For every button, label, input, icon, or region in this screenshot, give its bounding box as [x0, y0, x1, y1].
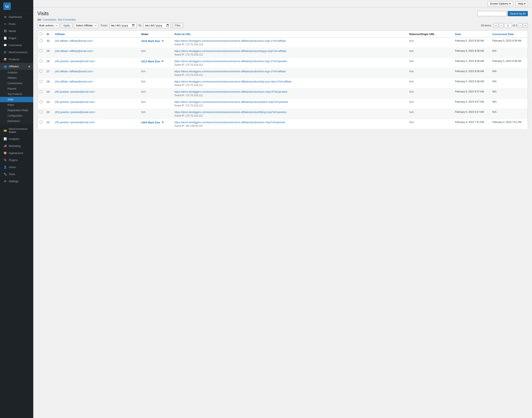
- sidebar-item-registration-fields[interactable]: Registration Fields: [0, 108, 33, 113]
- row-checkbox[interactable]: [40, 121, 42, 123]
- table-row: 27(#4) affiliate <affiliate@email.com>N/…: [38, 68, 528, 78]
- bulk-actions-select[interactable]: Bulk actions: [37, 23, 59, 28]
- referral-url-link[interactable]: https://demo.devdiggers.com/woocommerce/…: [174, 80, 291, 83]
- sidebar-item-media[interactable]: 🖼 Media: [0, 27, 33, 35]
- sidebar-item-affiliates-sub[interactable]: Affiliates: [0, 75, 33, 81]
- row-id: 24: [45, 99, 53, 109]
- conversion-date-column-header[interactable]: Conversion Date: [493, 33, 514, 36]
- sidebar-item-woo-wallet[interactable]: 💳 WooCommerce Wallet: [0, 126, 33, 135]
- filter-button[interactable]: Filter: [173, 23, 183, 28]
- sidebar-item-posts[interactable]: ✏ Posts: [0, 20, 33, 27]
- row-checkbox[interactable]: [40, 70, 42, 72]
- settings-icon: ⚙: [3, 179, 7, 183]
- sidebar-item-appearance[interactable]: 🎨 Appearance: [0, 149, 33, 156]
- sidebar-item-commissions[interactable]: Commissions: [0, 81, 33, 86]
- row-id: 26: [45, 78, 53, 89]
- conversion-date: N/A: [490, 89, 528, 99]
- affiliate-link[interactable]: (#5) janedoe <janedoe@email.com>: [55, 101, 95, 104]
- row-checkbox[interactable]: [40, 60, 42, 62]
- sidebar-item-analytics[interactable]: Analytics: [0, 70, 33, 75]
- affiliate-link[interactable]: (#5) janedoe <janedoe@email.com>: [55, 90, 95, 93]
- from-date-input[interactable]: [109, 23, 137, 28]
- sidebar-item-visits[interactable]: Visits: [0, 97, 33, 102]
- filter-all-link[interactable]: All: [37, 18, 41, 21]
- screen-options-button[interactable]: Screen Options ▾: [487, 1, 513, 6]
- row-checkbox[interactable]: [40, 111, 42, 113]
- order-link[interactable]: #218 Mark Doe: [141, 39, 160, 43]
- visit-date: February 5, 2023 9:38 AM: [453, 78, 490, 89]
- referral-url-link[interactable]: https://demo.devdiggers.com/woocommerce/…: [174, 101, 288, 104]
- referral-url-link[interactable]: https://demo.devdiggers.com/woocommerce/…: [174, 111, 286, 114]
- page-header: Visits Search by ID: [37, 11, 528, 16]
- affiliate-link[interactable]: (#5) janedoe <janedoe@email.com>: [55, 60, 95, 63]
- sidebar-item-products[interactable]: 📦 Products: [0, 56, 33, 63]
- affiliate-link[interactable]: (#4) affiliate <affiliate@email.com>: [55, 70, 93, 73]
- next-page-button[interactable]: ›: [518, 23, 522, 28]
- search-by-id-button[interactable]: Search by ID: [508, 11, 528, 16]
- sidebar-item-pages[interactable]: 📄 Pages: [0, 35, 33, 42]
- appearance-icon: 🎨: [3, 151, 7, 155]
- sidebar-item-rules[interactable]: Rules: [0, 102, 33, 108]
- order-link[interactable]: #213 Mark Doe: [141, 60, 160, 63]
- sidebar-item-marketing[interactable]: 📣 Marketing: [0, 142, 33, 149]
- view-order-icon[interactable]: 👁: [161, 121, 164, 124]
- affiliate-link[interactable]: (#4) affiliate <affiliate@email.com>: [55, 80, 93, 83]
- affiliate-link[interactable]: (#4) affiliate <affiliate@email.com>: [55, 50, 93, 53]
- row-checkbox[interactable]: [40, 39, 42, 42]
- affiliate-link[interactable]: (#4) affiliate <affiliate@email.com>: [55, 39, 93, 42]
- referral-url-link[interactable]: https://demo.devdiggers.com/woocommerce/…: [174, 70, 286, 73]
- view-order-icon[interactable]: 👁: [161, 60, 164, 63]
- view-order-icon[interactable]: 👁: [161, 39, 164, 43]
- users-icon: 👤: [3, 165, 7, 169]
- guest-ip: Guest IP: 172.70.218.112: [174, 53, 405, 56]
- row-checkbox[interactable]: [40, 49, 42, 52]
- prev-page-button[interactable]: ‹: [499, 23, 503, 28]
- search-by-id-input[interactable]: [477, 11, 507, 16]
- select-all-checkbox[interactable]: [40, 32, 42, 35]
- affiliate-column-header[interactable]: Affiliate: [55, 33, 65, 36]
- filter-not-converted-link[interactable]: Not Converted: [58, 18, 75, 21]
- row-checkbox[interactable]: [40, 80, 42, 83]
- screen-options-chevron-icon: ▾: [509, 2, 511, 5]
- row-order: N/A: [139, 78, 172, 89]
- affiliate-link[interactable]: (#5) janedoe <janedoe@email.com>: [55, 111, 95, 114]
- row-checkbox[interactable]: [40, 90, 42, 93]
- sidebar-item-configuration[interactable]: Configuration: [0, 113, 33, 118]
- referral-url-link[interactable]: https://demo.devdiggers.com/woocommerce/…: [174, 39, 286, 42]
- sidebar-item-top-products[interactable]: Top Products: [0, 92, 33, 97]
- sidebar-item-tools[interactable]: 🔧 Tools: [0, 171, 33, 178]
- sidebar-item-settings[interactable]: ⚙ Settings: [0, 178, 33, 185]
- order-link[interactable]: #204 Mark Doe: [141, 121, 160, 124]
- affiliate-link[interactable]: (#5) janedoe <janedoe@email.com>: [55, 121, 95, 124]
- select-affiliate-dropdown[interactable]: Select Affiliate: [74, 23, 98, 28]
- row-checkbox[interactable]: [40, 100, 42, 103]
- referral-url-column-header[interactable]: Referral URL: [174, 33, 191, 36]
- sidebar-item-plugins[interactable]: 🔌 Plugins: [0, 156, 33, 163]
- sidebar-item-extensions[interactable]: Extensions: [0, 118, 33, 124]
- sidebar-item-analytics-main[interactable]: 📊 Analytics: [0, 135, 33, 142]
- filter-converted-link[interactable]: Converted: [43, 18, 56, 21]
- to-date-input[interactable]: [144, 23, 171, 28]
- media-icon: 🖼: [3, 29, 7, 33]
- page-number-input[interactable]: [504, 23, 512, 28]
- referral-url-link[interactable]: https://demo.devdiggers.com/woocommerce/…: [174, 121, 285, 124]
- first-page-button[interactable]: «: [494, 23, 498, 28]
- table-row: 24(#5) janedoe <janedoe@email.com>N/Ahtt…: [38, 99, 528, 109]
- main-area: Screen Options ▾ Help ▾ Visits Search by…: [33, 0, 532, 418]
- sidebar-item-dashboard[interactable]: ⊞ Dashboard: [0, 13, 33, 20]
- date-column-header[interactable]: Date: [455, 33, 461, 36]
- referral-url-link[interactable]: https://demo.devdiggers.com/woocommerce/…: [174, 60, 287, 63]
- apply-button[interactable]: Apply: [61, 23, 72, 28]
- bulk-actions-group: Bulk actions Apply Select Affiliate From…: [37, 23, 183, 28]
- sidebar-item-affiliates[interactable]: 👥 Affiliates ◀: [0, 63, 33, 70]
- sidebar-item-payouts[interactable]: Payouts: [0, 86, 33, 92]
- referral-url-link[interactable]: https://demo.devdiggers.com/woocommerce/…: [174, 50, 286, 53]
- last-page-button[interactable]: »: [523, 23, 528, 28]
- sidebar-item-woocommerce[interactable]: 🛒 WooCommerce: [0, 49, 33, 56]
- referral-url-link[interactable]: https://demo.devdiggers.com/woocommerce/…: [174, 90, 287, 93]
- affiliates-submenu: Analytics Affiliates Commissions Payouts…: [0, 70, 33, 124]
- id-column-header[interactable]: ID: [47, 33, 49, 36]
- sidebar-item-comments[interactable]: 💬 Comments: [0, 42, 33, 49]
- help-button[interactable]: Help ▾: [516, 1, 528, 6]
- sidebar-item-users[interactable]: 👤 Users: [0, 163, 33, 171]
